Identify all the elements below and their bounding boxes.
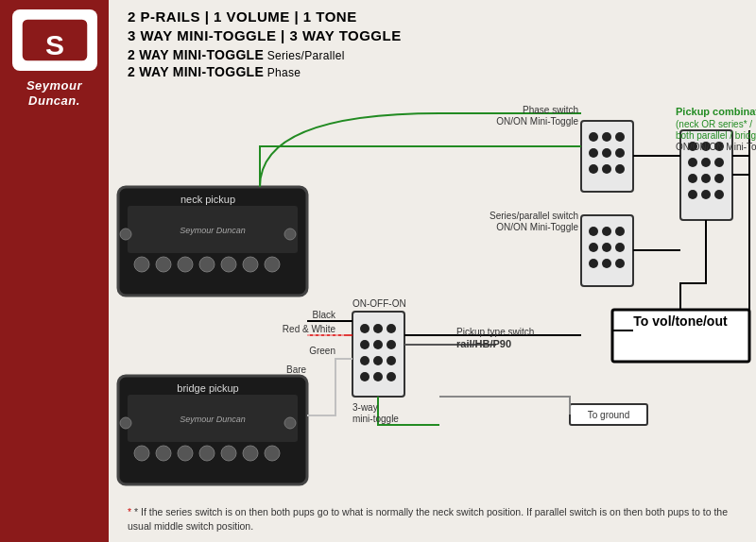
svg-point-7 [156, 257, 171, 272]
svg-text:Pickup type switch: Pickup type switch [456, 327, 534, 337]
svg-point-20 [156, 446, 171, 461]
svg-text:S: S [44, 29, 63, 60]
svg-point-60 [615, 259, 625, 268]
svg-text:(neck OR series* /: (neck OR series* / [676, 119, 752, 129]
svg-point-36 [373, 356, 383, 365]
svg-text:Green: Green [309, 346, 335, 356]
svg-point-38 [360, 372, 369, 381]
svg-point-52 [589, 227, 598, 236]
svg-text:ON/ON Mini-Toggle: ON/ON Mini-Toggle [496, 222, 578, 232]
svg-point-39 [373, 372, 383, 381]
svg-point-21 [178, 446, 193, 461]
svg-text:ON-OFF-ON: ON-OFF-ON [352, 298, 406, 309]
svg-point-55 [589, 243, 598, 252]
svg-point-13 [120, 229, 131, 240]
svg-point-50 [615, 164, 625, 174]
svg-point-49 [602, 164, 611, 174]
svg-text:Seymour Duncan: Seymour Duncan [180, 415, 246, 424]
svg-point-34 [387, 340, 396, 349]
svg-point-26 [120, 417, 131, 429]
svg-text:Phase switch: Phase switch [523, 105, 578, 115]
svg-text:bridge pickup: bridge pickup [177, 382, 238, 394]
svg-text:ON/ON/ON Mini-Toggle: ON/ON/ON Mini-Toggle [676, 142, 756, 152]
svg-point-19 [134, 446, 149, 461]
svg-point-10 [221, 257, 236, 272]
svg-text:both parallel / bridge): both parallel / bridge) [676, 130, 756, 141]
svg-point-29 [360, 324, 369, 333]
svg-point-37 [387, 356, 396, 365]
svg-point-12 [265, 257, 280, 272]
svg-point-48 [589, 164, 598, 174]
svg-point-25 [265, 446, 280, 461]
svg-point-46 [602, 148, 611, 158]
svg-point-45 [589, 148, 598, 158]
svg-point-56 [602, 243, 611, 252]
svg-point-24 [243, 446, 258, 461]
brand-name: Seymour Duncan. [26, 78, 82, 108]
svg-text:Seymour Duncan: Seymour Duncan [180, 226, 246, 235]
logo-svg: S [17, 14, 93, 66]
svg-point-42 [589, 132, 598, 142]
logo-box: S [12, 9, 97, 71]
footnote: * * If the series switch is on then both… [128, 505, 747, 535]
svg-text:Red & White: Red & White [283, 324, 336, 334]
svg-point-53 [602, 227, 611, 236]
svg-text:neck pickup: neck pickup [180, 194, 235, 205]
svg-text:To vol/tone/out: To vol/tone/out [633, 313, 728, 329]
svg-point-68 [688, 174, 697, 183]
svg-point-59 [602, 259, 611, 268]
svg-point-11 [243, 257, 258, 272]
wiring-diagram: neck pickup Seymour Duncan bridge pickup… [109, 0, 756, 542]
svg-point-73 [714, 190, 724, 199]
svg-point-23 [221, 446, 236, 461]
svg-point-44 [615, 132, 625, 142]
main-content: 2 P-RAILS | 1 VOLUME | 1 TONE 3 WAY MINI… [109, 0, 756, 542]
svg-point-33 [373, 340, 383, 349]
svg-point-40 [387, 372, 396, 381]
svg-point-22 [199, 446, 215, 461]
svg-point-67 [714, 158, 724, 167]
svg-point-57 [615, 243, 625, 252]
svg-point-69 [701, 174, 711, 183]
svg-point-27 [284, 417, 296, 429]
svg-text:ON/ON Mini-Toggle: ON/ON Mini-Toggle [496, 116, 578, 127]
svg-point-43 [602, 132, 611, 142]
brand-banner: S Seymour Duncan. [0, 0, 109, 542]
svg-point-54 [615, 227, 625, 236]
svg-point-31 [387, 324, 396, 333]
svg-text:Black: Black [313, 310, 336, 320]
svg-text:Pickup combination: Pickup combination [676, 106, 756, 117]
svg-point-66 [701, 158, 711, 167]
svg-point-35 [360, 356, 369, 365]
svg-point-8 [178, 257, 193, 272]
svg-point-6 [134, 257, 149, 272]
svg-point-58 [589, 259, 598, 268]
svg-text:3-way: 3-way [352, 402, 378, 413]
svg-text:To ground: To ground [588, 410, 629, 420]
svg-text:Series/parallel switch: Series/parallel switch [490, 211, 578, 221]
svg-text:Bare: Bare [286, 364, 307, 375]
svg-text:rail/HB/P90: rail/HB/P90 [456, 338, 511, 349]
svg-point-9 [199, 257, 215, 272]
svg-text:mini-toggle: mini-toggle [352, 414, 399, 424]
svg-point-14 [284, 229, 296, 240]
svg-point-65 [688, 158, 697, 167]
svg-point-70 [714, 174, 724, 183]
svg-point-71 [688, 190, 697, 199]
svg-point-72 [701, 190, 711, 199]
svg-point-47 [615, 148, 625, 158]
svg-point-30 [373, 324, 383, 333]
svg-point-32 [360, 340, 369, 349]
